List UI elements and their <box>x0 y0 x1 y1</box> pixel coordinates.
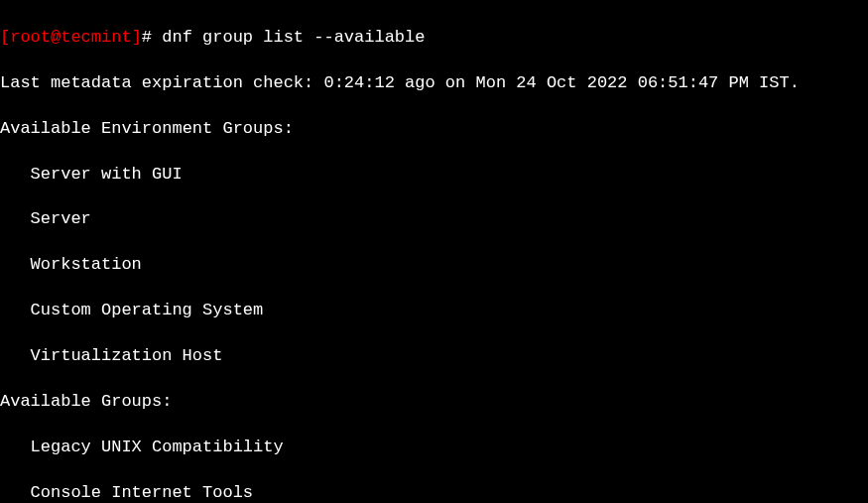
terminal-output[interactable]: [root@tecmint]# dnf group list --availab… <box>0 4 868 503</box>
avail-group-item: Legacy UNIX Compatibility <box>0 437 868 459</box>
prompt-close-bracket: ] <box>132 28 142 47</box>
prompt-open-bracket: [ <box>0 28 10 47</box>
env-group-item: Server <box>0 208 868 231</box>
avail-groups-header: Available Groups: <box>0 391 868 414</box>
env-group-item: Virtualization Host <box>0 345 868 368</box>
command-text: dnf group list --available <box>162 28 425 47</box>
env-group-item: Custom Operating System <box>0 300 868 322</box>
prompt-user-host: root@tecmint <box>10 28 131 47</box>
prompt-line: [root@tecmint]# dnf group list --availab… <box>0 27 868 50</box>
metadata-line: Last metadata expiration check: 0:24:12 … <box>0 72 868 95</box>
prompt-hash: # <box>142 28 152 47</box>
env-group-item: Server with GUI <box>0 164 868 187</box>
env-groups-header: Available Environment Groups: <box>0 118 868 141</box>
env-group-item: Workstation <box>0 254 868 277</box>
avail-group-item: Console Internet Tools <box>0 482 868 503</box>
